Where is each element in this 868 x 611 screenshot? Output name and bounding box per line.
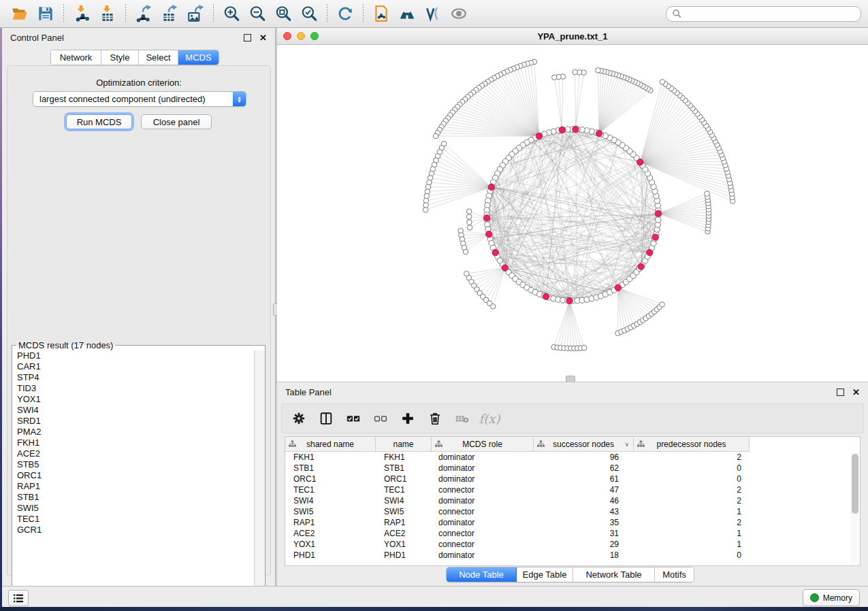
cell-name: RAP1	[376, 518, 432, 527]
gear-icon	[291, 411, 306, 426]
mcds-result-item[interactable]: GCR1	[12, 525, 265, 535]
tab-edge-table[interactable]: Edge Table	[517, 567, 573, 582]
memory-status-icon	[810, 593, 819, 602]
mcds-result-item[interactable]: SWI5	[12, 503, 265, 514]
show-columns-button[interactable]	[317, 410, 335, 427]
export-image-button[interactable]	[182, 2, 208, 25]
table-row[interactable]: RAP1RAP1dominator352	[285, 517, 860, 528]
toolbar-separator	[63, 4, 64, 23]
mcds-result-item[interactable]: FKH1	[12, 437, 265, 448]
table-scrollbar[interactable]	[850, 452, 859, 565]
show-panels-menu-button[interactable]	[8, 590, 29, 606]
mcds-result-scrollbar[interactable]	[254, 350, 265, 593]
tab-mcds[interactable]: MCDS	[178, 50, 219, 65]
save-floppy-icon	[37, 5, 54, 22]
create-column-button[interactable]	[399, 410, 417, 427]
memory-button[interactable]: Memory	[803, 589, 860, 606]
optimization-criterion-select[interactable]: largest connected component (undirected)…	[33, 91, 246, 107]
table-row[interactable]: SWI4SWI4dominator462	[285, 495, 860, 506]
mcds-result-item[interactable]: TID3	[12, 383, 265, 394]
cell-successor-nodes: 46	[534, 496, 634, 506]
table-row[interactable]: TEC1TEC1connector472	[285, 484, 860, 495]
column-header-successor-nodes[interactable]: successor nodes∨	[534, 437, 634, 452]
close-panel-icon[interactable]: ✕	[852, 389, 860, 395]
column-source-icon	[537, 440, 545, 448]
mcds-result-item[interactable]: STB1	[12, 492, 265, 503]
tab-select[interactable]: Select	[139, 50, 178, 65]
float-panel-icon[interactable]	[244, 34, 251, 42]
select-all-icon	[346, 411, 361, 426]
table-panel-title: Table Panel	[285, 387, 332, 397]
mcds-result-item[interactable]: ACE2	[12, 448, 265, 459]
cell-MCDS-role: connector	[432, 540, 534, 549]
network-graph-canvas[interactable]	[277, 45, 868, 382]
zoom-fit-icon	[274, 5, 292, 22]
mcds-result-list[interactable]: PHD1CAR1STP4TID3YOX1SWI4SRD1PMA2FKH1ACE2…	[12, 350, 265, 593]
mcds-result-item[interactable]: PMA2	[12, 427, 265, 437]
find-button[interactable]	[394, 2, 420, 25]
cell-name: SWI4	[376, 496, 432, 506]
table-row[interactable]: STB1STB1dominator620	[285, 463, 860, 474]
zoom-out-button[interactable]	[244, 2, 270, 25]
cell-predecessor-nodes: 1	[634, 529, 750, 538]
float-panel-icon[interactable]	[837, 389, 844, 396]
column-header-name[interactable]: name	[376, 437, 432, 452]
import-network-button[interactable]	[69, 2, 95, 25]
save-session-button[interactable]	[33, 2, 59, 25]
import-table-button[interactable]	[95, 2, 120, 25]
cell-predecessor-nodes: 2	[634, 452, 750, 462]
mcds-result-item[interactable]: TEC1	[12, 514, 265, 525]
show-graphics-details-button[interactable]	[446, 2, 472, 25]
mcds-result-item[interactable]: STB5	[12, 459, 265, 470]
column-header-predecessor-nodes[interactable]: predecessor nodes	[634, 437, 750, 452]
zoom-in-button[interactable]	[219, 2, 244, 25]
table-row[interactable]: ACE2ACE2connector311	[285, 528, 860, 539]
column-header-shared-name[interactable]: shared name	[285, 437, 376, 452]
cell-name: TEC1	[376, 485, 432, 495]
cell-predecessor-nodes: 0	[634, 550, 750, 560]
tab-node-table[interactable]: Node Table	[447, 567, 517, 582]
cell-shared-name: RAP1	[285, 518, 376, 527]
cell-MCDS-role: connector	[432, 507, 534, 516]
zoom-fit-button[interactable]	[270, 2, 296, 25]
table-scrollbar-thumb[interactable]	[852, 454, 858, 514]
select-all-rows-button[interactable]	[344, 410, 362, 427]
search-input[interactable]	[681, 8, 855, 19]
export-table-button[interactable]	[157, 2, 182, 25]
mcds-result-item[interactable]: SWI4	[12, 405, 265, 416]
table-row[interactable]: SWI5SWI5connector431	[285, 506, 860, 517]
deselect-all-rows-button[interactable]	[372, 410, 389, 427]
delete-column-button[interactable]	[426, 410, 444, 427]
close-panel-icon[interactable]: ✕	[259, 35, 267, 41]
optimization-criterion-label: Optimization criterion:	[7, 78, 270, 88]
table-row[interactable]: FKH1FKH1dominator962	[285, 452, 860, 463]
table-settings-button[interactable]	[290, 410, 308, 427]
table-row[interactable]: ORC1ORC1dominator610	[285, 474, 860, 484]
table-row[interactable]: PHD1PHD1dominator180	[285, 550, 860, 561]
mcds-result-item[interactable]: PHD1	[12, 350, 265, 361]
columns-icon	[319, 411, 334, 426]
zoom-selected-button[interactable]	[296, 2, 322, 25]
open-file-button[interactable]	[7, 2, 33, 25]
mcds-result-item[interactable]: RAP1	[12, 481, 265, 492]
tab-motifs[interactable]: Motifs	[655, 567, 694, 582]
column-header-MCDS-role[interactable]: MCDS role	[432, 437, 534, 452]
delete-table-button	[453, 410, 471, 427]
eye-icon	[450, 5, 468, 22]
new-network-from-selection-button[interactable]	[368, 2, 394, 25]
run-mcds-button[interactable]: Run MCDS	[66, 114, 132, 129]
mcds-result-item[interactable]: STP4	[12, 372, 265, 383]
mcds-result-item[interactable]: SRD1	[12, 416, 265, 427]
mcds-result-item[interactable]: YOX1	[12, 394, 265, 405]
close-panel-button[interactable]: Close panel	[141, 114, 212, 129]
vizmap-button[interactable]	[420, 2, 446, 25]
export-network-button[interactable]	[131, 2, 157, 25]
mcds-result-item[interactable]: ORC1	[12, 470, 265, 481]
refresh-button[interactable]	[332, 2, 358, 25]
column-source-icon	[435, 440, 443, 448]
tab-network-table[interactable]: Network Table	[573, 567, 655, 582]
tab-network[interactable]: Network	[51, 50, 101, 65]
mcds-result-item[interactable]: CAR1	[12, 361, 265, 372]
table-row[interactable]: YOX1YOX1connector291	[285, 539, 860, 550]
tab-style[interactable]: Style	[101, 50, 139, 65]
